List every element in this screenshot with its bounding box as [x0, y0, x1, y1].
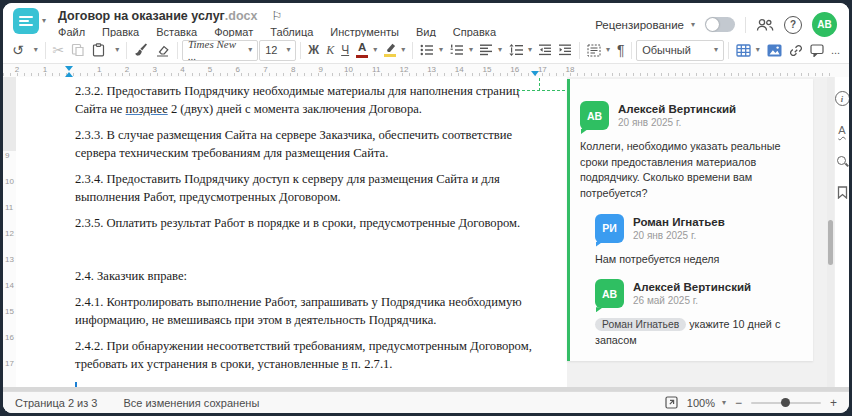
chevron-down-icon: ▾: [373, 46, 377, 54]
align-button[interactable]: ▾: [477, 39, 505, 61]
scrollbar-thumb[interactable]: [828, 220, 833, 265]
document-extension: .docx: [225, 9, 258, 23]
font-size-select[interactable]: 12 ▾: [259, 40, 296, 61]
line-spacing-button[interactable]: ▾: [506, 39, 535, 61]
divider: [45, 42, 46, 59]
paragraph-text: п. 2.7.1.: [348, 357, 393, 371]
comment[interactable]: АВ Алексей Вертинский 20 янв 2025 г. Кол…: [580, 101, 803, 202]
help-icon[interactable]: ?: [784, 16, 802, 34]
bullet-list-button[interactable]: ▾: [417, 39, 446, 61]
ruler-margin-numbers: 21: [3, 65, 59, 74]
comment[interactable]: РИ Роман Игнатьев 20 янв 2025 г. Нам пот…: [595, 214, 803, 268]
document-paragraph[interactable]: 2.3.3. В случае размещения Сайта на серв…: [75, 127, 537, 162]
more-tools-button[interactable]: ...: [828, 39, 843, 61]
font-family-select[interactable]: Times New ... ▾: [182, 40, 258, 61]
document-paragraph[interactable]: 2.3.4. Предоставить Подрядчику доступ к …: [75, 171, 537, 206]
chevron-down-icon: ▾: [528, 46, 532, 54]
review-toggle[interactable]: [705, 17, 735, 32]
app-window: ▾ Договор на оказание услуг.docx ⚐ ФайлП…: [3, 3, 849, 413]
user-avatar[interactable]: АВ: [812, 12, 837, 37]
paragraph-style-select[interactable]: Обычный ▾: [636, 40, 724, 61]
chevron-down-icon[interactable]: ▾: [42, 17, 46, 25]
comment-text: Нам потребуется неделя: [595, 253, 719, 265]
ruler-numbers: 123456789101112131415161718: [86, 65, 584, 74]
bookmark-icon[interactable]: [837, 186, 848, 199]
chevron-down-icon: ▾: [606, 46, 610, 54]
flag-icon[interactable]: ⚐: [271, 9, 282, 23]
divider: [745, 17, 746, 33]
horizontal-ruler[interactable]: 21 123456789101112131415161718: [3, 64, 849, 78]
chevron-down-icon: ▾: [248, 46, 252, 54]
avatar: АВ: [580, 101, 609, 130]
panel-scrollbar[interactable]: [827, 77, 834, 387]
decrease-indent-button[interactable]: [536, 39, 555, 61]
search-icon[interactable]: [836, 155, 848, 167]
zoom-in-button[interactable]: +: [830, 396, 837, 410]
fit-page-icon[interactable]: [665, 396, 678, 409]
right-indent-marker[interactable]: [531, 71, 539, 76]
comment-anchor-text[interactable]: позднее: [126, 102, 168, 116]
mention-pill[interactable]: Роман Игнатьев: [595, 318, 686, 331]
comment-author: Роман Игнатьев: [633, 216, 725, 228]
comment-date: 20 янв 2025 г.: [633, 230, 725, 241]
comment[interactable]: АВ Алексей Вертинский 26 май 2025 г. Ром…: [595, 279, 803, 349]
collaborators-icon[interactable]: [756, 18, 774, 32]
statusbar: Страница 2 из 3 Все изменения сохранены …: [3, 391, 849, 413]
clear-format-button[interactable]: [152, 39, 173, 61]
chevron-down-icon: ▾: [439, 46, 443, 54]
document-paragraph[interactable]: 2.4.2. При обнаружении несоответствий тр…: [75, 338, 537, 373]
insert-link-button[interactable]: [786, 39, 806, 61]
page-indicator[interactable]: Страница 2 из 3: [15, 397, 97, 409]
comments-panel: АВ Алексей Вертинский 20 янв 2025 г. Кол…: [567, 77, 827, 387]
format-painter-button[interactable]: [131, 39, 151, 61]
document-paragraph[interactable]: 2.3.2. Предоставить Подрядчику необходим…: [75, 83, 537, 118]
first-line-indent-marker[interactable]: [65, 66, 73, 71]
chevron-down-icon: ▾: [401, 46, 405, 54]
comment-author: Алексей Вертинский: [618, 103, 736, 115]
document-paragraph[interactable]: 2.4. Заказчик вправе:: [75, 268, 537, 286]
zoom-slider-knob[interactable]: [781, 398, 790, 407]
zoom-slider[interactable]: [751, 402, 821, 404]
highlight-color-button[interactable]: ▾: [381, 39, 408, 61]
app-menu-button[interactable]: ▾: [13, 8, 46, 34]
divider: [126, 42, 127, 59]
insert-table-button[interactable]: ▾: [733, 39, 763, 61]
document-page[interactable]: 2.3.2. Предоставить Подрядчику необходим…: [16, 77, 567, 387]
cut-button[interactable]: ✂: [50, 39, 68, 61]
chevron-down-icon: ▾: [34, 46, 38, 54]
info-icon[interactable]: i: [835, 91, 850, 106]
document-paragraph[interactable]: 2.3.5. Оплатить результат Работ в порядк…: [75, 215, 537, 233]
comment-button[interactable]: [807, 39, 827, 61]
paragraph-text: 2.3.3. В случае размещения Сайта на серв…: [75, 128, 512, 160]
zoom-select[interactable]: 100% ▾: [687, 397, 726, 409]
copy-button[interactable]: [68, 39, 88, 61]
zoom-out-button[interactable]: −: [735, 396, 742, 410]
undo-button[interactable]: ↺: [9, 39, 27, 61]
bold-button[interactable]: Ж: [305, 39, 322, 61]
comment-body: Коллеги, необходимо указать реальные сро…: [580, 139, 803, 202]
vertical-ruler[interactable]: 91011121314151617181920: [3, 151, 17, 413]
numbered-list-button[interactable]: ▾: [447, 39, 476, 61]
chevron-down-icon: ▾: [469, 46, 473, 54]
show-marks-button[interactable]: ¶: [614, 39, 628, 61]
comment-author: Алексей Вертинский: [633, 281, 751, 293]
document-title: Договор на оказание услуг: [58, 9, 225, 23]
italic-button[interactable]: К: [323, 39, 337, 61]
paste-dropdown[interactable]: ▾: [109, 39, 122, 61]
spellcheck-icon[interactable]: А: [838, 125, 845, 136]
review-mode-dropdown[interactable]: Рецензирование ▾: [595, 19, 695, 31]
paragraph-text: 2.3.5. Оплатить результат Работ в порядк…: [75, 216, 520, 230]
divider: [300, 42, 301, 59]
underline-button[interactable]: Ч: [338, 39, 352, 61]
paragraph-text: 2.4. Заказчик вправе:: [75, 269, 187, 283]
font-color-button[interactable]: А ▾: [353, 39, 380, 61]
undo-dropdown[interactable]: ▾: [28, 39, 41, 61]
document-paragraph[interactable]: [75, 242, 537, 259]
document-paragraph[interactable]: 2.4.1. Контролировать выполнение Работ, …: [75, 294, 537, 329]
paste-button[interactable]: [89, 39, 108, 61]
increase-indent-button[interactable]: [556, 39, 575, 61]
comment-thread[interactable]: АВ Алексей Вертинский 20 янв 2025 г. Кол…: [567, 79, 813, 361]
paragraph-settings-button[interactable]: ▾: [584, 39, 613, 61]
divider: [412, 42, 413, 59]
insert-image-button[interactable]: [764, 39, 785, 61]
